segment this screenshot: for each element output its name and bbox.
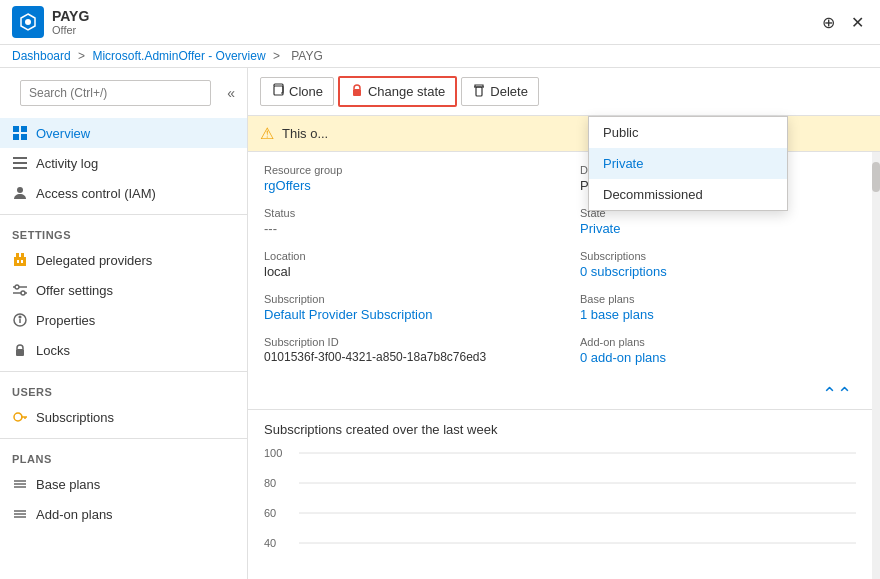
sidebar-item-offer-settings-label: Offer settings — [36, 283, 113, 298]
warning-text: This o... — [282, 126, 328, 141]
svg-point-21 — [19, 316, 21, 318]
sidebar-item-delegated-providers[interactable]: Delegated providers — [0, 245, 247, 275]
svg-text:80: 80 — [264, 477, 276, 489]
scrollbar-thumb[interactable] — [872, 162, 880, 192]
svg-rect-13 — [17, 260, 19, 263]
close-button[interactable]: ✕ — [847, 9, 868, 36]
chart-section: Subscriptions created over the last week… — [248, 409, 872, 577]
plans-section-header: Plans — [0, 445, 247, 469]
base-plans-value[interactable]: 1 base plans — [580, 307, 654, 322]
sidebar-item-overview[interactable]: Overview — [0, 118, 247, 148]
dropdown-item-public[interactable]: Public — [589, 117, 787, 148]
state-value[interactable]: Private — [580, 221, 620, 236]
scroll-up-button[interactable]: ⌃⌃ — [822, 383, 852, 405]
info-icon — [12, 312, 28, 328]
sidebar-collapse-button[interactable]: « — [223, 81, 239, 105]
addon-plans-label: Add-on plans — [580, 336, 856, 348]
breadcrumb-dashboard[interactable]: Dashboard — [12, 49, 71, 63]
sidebar-item-subscriptions-label: Subscriptions — [36, 410, 114, 425]
sidebar-item-properties[interactable]: Properties — [0, 305, 247, 335]
svg-rect-6 — [13, 157, 27, 159]
svg-point-23 — [14, 413, 22, 421]
resource-group-field: Resource group rgOffers — [264, 164, 540, 193]
subscription-id-value: 0101536f-3f00-4321-a850-18a7b8c76ed3 — [264, 350, 540, 364]
sidebar-item-access-control[interactable]: Access control (IAM) — [0, 178, 247, 208]
lock-icon — [12, 342, 28, 358]
svg-rect-22 — [16, 349, 24, 356]
resource-group-label: Resource group — [264, 164, 540, 176]
location-field: Location local — [264, 250, 540, 279]
sidebar-item-access-control-label: Access control (IAM) — [36, 186, 156, 201]
svg-text:100: 100 — [264, 447, 282, 459]
search-input[interactable] — [20, 80, 211, 106]
svg-rect-34 — [476, 87, 482, 96]
breadcrumb-current: PAYG — [291, 49, 323, 63]
subscription-id-field: Subscription ID 0101536f-3f00-4321-a850-… — [264, 336, 540, 364]
svg-rect-33 — [353, 89, 361, 96]
svg-rect-5 — [21, 134, 27, 140]
change-state-button[interactable]: Change state — [338, 76, 457, 107]
sidebar-item-activity-log-label: Activity log — [36, 156, 98, 171]
subscriptions-count-label: Subscriptions — [580, 250, 856, 262]
app-logo — [12, 6, 44, 38]
sidebar-item-base-plans-label: Base plans — [36, 477, 100, 492]
svg-text:40: 40 — [264, 537, 276, 549]
svg-text:60: 60 — [264, 507, 276, 519]
building-icon — [12, 252, 28, 268]
svg-rect-4 — [13, 134, 19, 140]
app-subtitle: Offer — [52, 24, 89, 36]
sidebar-item-locks-label: Locks — [36, 343, 70, 358]
sidebar-item-activity-log[interactable]: Activity log — [0, 148, 247, 178]
sidebar: « Overview Activity log — [0, 68, 248, 579]
svg-rect-32 — [274, 86, 283, 95]
sidebar-item-properties-label: Properties — [36, 313, 95, 328]
sidebar-item-addon-plans[interactable]: Add-on plans — [0, 499, 247, 529]
chart-svg: 100 80 60 40 — [264, 445, 856, 565]
sidebar-item-offer-settings[interactable]: Offer settings — [0, 275, 247, 305]
delete-button[interactable]: Delete — [461, 77, 539, 106]
pin-button[interactable]: ⊕ — [818, 9, 839, 36]
sidebar-divider-1 — [0, 214, 247, 215]
sidebar-item-base-plans[interactable]: Base plans — [0, 469, 247, 499]
svg-point-1 — [25, 19, 31, 25]
clone-button[interactable]: Clone — [260, 77, 334, 106]
chart-area: 100 80 60 40 — [264, 445, 856, 565]
status-label: Status — [264, 207, 540, 219]
subscription-field: Subscription Default Provider Subscripti… — [264, 293, 540, 322]
sliders-icon — [12, 282, 28, 298]
sidebar-item-delegated-providers-label: Delegated providers — [36, 253, 152, 268]
key-icon — [12, 409, 28, 425]
base-plans-field: Base plans 1 base plans — [580, 293, 856, 322]
svg-rect-11 — [16, 253, 19, 257]
svg-rect-3 — [21, 126, 27, 132]
dropdown-item-decommissioned[interactable]: Decommissioned — [589, 179, 787, 210]
resource-group-value[interactable]: rgOffers — [264, 178, 311, 193]
breadcrumb-overview[interactable]: Microsoft.AdminOffer - Overview — [92, 49, 265, 63]
baseplans-icon — [12, 476, 28, 492]
sidebar-item-addon-plans-label: Add-on plans — [36, 507, 113, 522]
svg-rect-8 — [13, 167, 27, 169]
sidebar-item-subscriptions[interactable]: Subscriptions — [0, 402, 247, 432]
grid-icon — [12, 125, 28, 141]
sidebar-item-locks[interactable]: Locks — [0, 335, 247, 365]
status-value: --- — [264, 221, 540, 236]
base-plans-label: Base plans — [580, 293, 856, 305]
location-label: Location — [264, 250, 540, 262]
svg-rect-14 — [21, 260, 23, 263]
subscription-label: Subscription — [264, 293, 540, 305]
chart-title: Subscriptions created over the last week — [264, 422, 856, 437]
status-field: Status --- — [264, 207, 540, 236]
addonplans-icon — [12, 506, 28, 522]
delete-icon — [472, 83, 486, 100]
location-value: local — [264, 264, 540, 279]
subscriptions-count-value[interactable]: 0 subscriptions — [580, 264, 667, 279]
change-state-icon — [350, 83, 364, 100]
subscriptions-count-field: Subscriptions 0 subscriptions — [580, 250, 856, 279]
svg-point-9 — [17, 187, 23, 193]
subscription-value[interactable]: Default Provider Subscription — [264, 307, 432, 322]
addon-plans-value[interactable]: 0 add-on plans — [580, 350, 666, 365]
scrollbar-track[interactable] — [872, 152, 880, 579]
subscription-id-label: Subscription ID — [264, 336, 540, 348]
toolbar: Clone Change state Delete — [248, 68, 880, 116]
dropdown-item-private[interactable]: Private — [589, 148, 787, 179]
